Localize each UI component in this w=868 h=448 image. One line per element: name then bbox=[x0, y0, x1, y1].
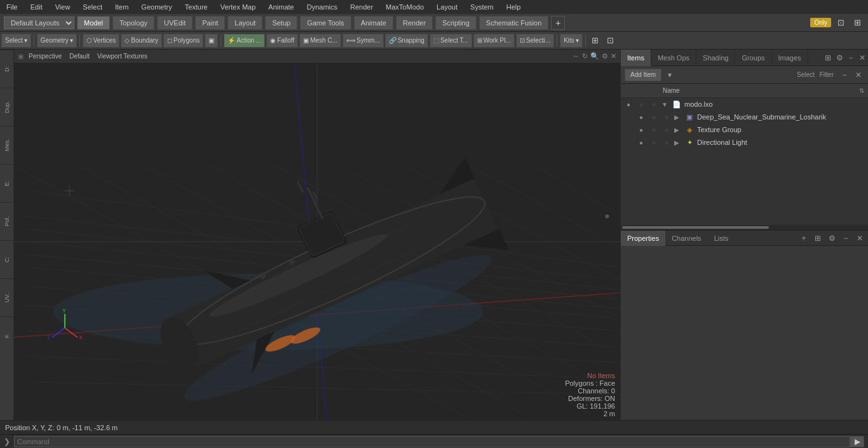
eye-texture[interactable]: ● bbox=[636, 125, 646, 135]
eye-modo[interactable]: ● bbox=[623, 99, 634, 109]
menu-layout[interactable]: Layout bbox=[433, 2, 461, 12]
tab-mesh-ops[interactable]: Mesh Ops bbox=[651, 50, 696, 66]
sidebar-tab-dup[interactable]: Dup. bbox=[0, 88, 14, 126]
tab-schematic-fusion[interactable]: Schematic Fusion bbox=[479, 16, 548, 30]
sidebar-tab-uv[interactable]: UV. bbox=[0, 278, 14, 316]
tree-row-modo-lxo[interactable]: ● ○ ○ ▼ 📄 modo.lxo bbox=[621, 98, 868, 111]
viewport-canvas[interactable]: No Items Polygons : Face Channels: 0 Def… bbox=[14, 64, 620, 420]
viewport-close-icon[interactable]: ✕ bbox=[611, 52, 616, 60]
sidebar-tab-f[interactable]: F. bbox=[0, 316, 14, 355]
eye2-light[interactable]: ○ bbox=[649, 137, 659, 147]
tab-animate[interactable]: Animate bbox=[354, 16, 393, 30]
viewport-textures-label[interactable]: Viewport Textures bbox=[95, 52, 150, 60]
command-go-button[interactable]: ▶ bbox=[850, 436, 864, 447]
tab-items[interactable]: Items bbox=[621, 50, 651, 66]
sidebar-tab-mesh[interactable]: Mes. bbox=[0, 126, 14, 164]
menu-render[interactable]: Render bbox=[346, 2, 377, 12]
menu-animate[interactable]: Animate bbox=[264, 2, 297, 12]
viewport-rotate-icon[interactable]: ↻ bbox=[582, 52, 588, 60]
sidebar-tab-c[interactable]: C: bbox=[0, 240, 14, 278]
tool-selecti[interactable]: ⊡ Selecti... bbox=[516, 34, 554, 48]
tool-mesh[interactable]: ▣ Mesh C... bbox=[299, 34, 341, 48]
eye3-texture[interactable]: ○ bbox=[661, 125, 672, 135]
menu-maxtomodo[interactable]: MaxToModo bbox=[382, 2, 428, 12]
menu-system[interactable]: System bbox=[466, 2, 498, 12]
sidebar-tab-e[interactable]: E: bbox=[0, 164, 14, 202]
tree-scrollbar-thumb[interactable] bbox=[622, 226, 769, 229]
layout-icon[interactable]: ⊞ bbox=[850, 16, 864, 30]
panel-expand-icon[interactable]: ⊞ bbox=[822, 52, 834, 64]
eye2-modo[interactable]: ○ bbox=[636, 99, 646, 109]
expand-viewport-icon[interactable]: ⊞ bbox=[588, 34, 602, 48]
menu-file[interactable]: File bbox=[3, 2, 22, 12]
tab-render[interactable]: Render bbox=[396, 16, 433, 30]
command-input[interactable] bbox=[14, 436, 850, 447]
menu-edit[interactable]: Edit bbox=[27, 2, 46, 12]
panel-settings-icon[interactable]: ⚙ bbox=[834, 52, 845, 64]
tab-images[interactable]: Images bbox=[772, 50, 808, 66]
eye3-light[interactable]: ○ bbox=[661, 137, 672, 147]
tree-scrollbar[interactable] bbox=[621, 225, 868, 230]
tree-area[interactable]: ● ○ ○ ▼ 📄 modo.lxo ● ○ ○ ▶ ▣ Deep_Sea_Nu… bbox=[621, 98, 868, 225]
menu-texture[interactable]: Texture bbox=[181, 2, 212, 12]
expand-modo[interactable]: ▼ bbox=[661, 101, 669, 108]
tool-boundary[interactable]: ◇ Boundary bbox=[121, 34, 162, 48]
sidebar-tab-d[interactable]: D: bbox=[0, 50, 14, 88]
tool-select-t[interactable]: ⬚ Select T... bbox=[430, 34, 472, 48]
eye2-submarine[interactable]: ○ bbox=[649, 112, 659, 122]
tab-properties[interactable]: Properties bbox=[621, 231, 665, 246]
expand-texture[interactable]: ▶ bbox=[674, 126, 682, 133]
toolbar-minus[interactable]: − bbox=[839, 69, 850, 81]
tab-layout[interactable]: Layout bbox=[227, 16, 262, 30]
tab-shading[interactable]: Shading bbox=[696, 50, 735, 66]
tab-groups[interactable]: Groups bbox=[735, 50, 771, 66]
tab-paint[interactable]: Paint bbox=[195, 16, 225, 30]
menu-select[interactable]: Select bbox=[79, 2, 106, 12]
tab-gametools[interactable]: Game Tools bbox=[300, 16, 351, 30]
tab-scripting[interactable]: Scripting bbox=[435, 16, 477, 30]
tab-topology[interactable]: Topology bbox=[112, 16, 154, 30]
layout-dropdown[interactable]: Default Layouts bbox=[4, 17, 74, 29]
prop-minus-icon[interactable]: − bbox=[840, 233, 851, 244]
tool-polygons[interactable]: ◻ Polygons bbox=[163, 34, 203, 48]
tree-row-texture[interactable]: ● ○ ○ ▶ ◈ Texture Group bbox=[621, 123, 868, 136]
default-label[interactable]: Default bbox=[67, 52, 92, 60]
eye3-modo[interactable]: ○ bbox=[649, 99, 659, 109]
tool-symm[interactable]: ⟺ Symm... bbox=[342, 34, 384, 48]
sidebar-tab-pol[interactable]: Pol. bbox=[0, 202, 14, 240]
eye2-texture[interactable]: ○ bbox=[649, 125, 659, 135]
prop-close-icon[interactable]: ✕ bbox=[854, 233, 865, 244]
viewport-move-icon[interactable]: ↔ bbox=[573, 52, 580, 60]
add-item-button[interactable]: Add Item bbox=[625, 69, 661, 81]
eye-submarine[interactable]: ● bbox=[636, 112, 646, 122]
prop-plus-icon[interactable]: + bbox=[798, 233, 810, 244]
viewport-zoom-icon[interactable]: 🔍 bbox=[590, 52, 599, 60]
tool-vertices[interactable]: ⬡ Vertices bbox=[83, 34, 120, 48]
fullscreen-icon[interactable]: ⊡ bbox=[834, 16, 848, 30]
tab-channels[interactable]: Channels bbox=[665, 231, 707, 246]
kits-dropdown[interactable]: Kits▾ bbox=[560, 34, 583, 48]
tab-lists[interactable]: Lists bbox=[708, 231, 735, 246]
tool-work-plane[interactable]: ⊞ Work Pl... bbox=[473, 34, 515, 48]
sort-icon[interactable]: ⇅ bbox=[859, 87, 864, 94]
panel-close-icon[interactable]: ✕ bbox=[857, 52, 868, 64]
perspective-label[interactable]: Perspective bbox=[26, 52, 64, 60]
menu-dynamics[interactable]: Dynamics bbox=[303, 2, 341, 12]
settings-icon[interactable]: ⊡ bbox=[604, 34, 618, 48]
geometry-dropdown[interactable]: Geometry▾ bbox=[37, 34, 77, 48]
menu-item[interactable]: Item bbox=[111, 2, 132, 12]
add-item-dropdown[interactable]: ▾ bbox=[664, 69, 675, 81]
mode-dropdown[interactable]: ▣ bbox=[205, 34, 218, 48]
add-tab-button[interactable]: + bbox=[551, 16, 565, 30]
toolbar-close[interactable]: ✕ bbox=[853, 69, 864, 81]
prop-expand-icon[interactable]: ⊞ bbox=[812, 233, 824, 244]
prop-settings-icon[interactable]: ⚙ bbox=[826, 233, 837, 244]
tool-falloff[interactable]: ◉ Falloff bbox=[266, 34, 298, 48]
eye3-submarine[interactable]: ○ bbox=[661, 112, 672, 122]
menu-vertex-map[interactable]: Vertex Map bbox=[217, 2, 260, 12]
expand-light[interactable]: ▶ bbox=[674, 139, 682, 146]
menu-view[interactable]: View bbox=[51, 2, 74, 12]
expand-submarine[interactable]: ▶ bbox=[674, 114, 682, 121]
tab-uvedit[interactable]: UVEdit bbox=[157, 16, 193, 30]
tool-action[interactable]: ⚡ Action ... bbox=[224, 34, 265, 48]
